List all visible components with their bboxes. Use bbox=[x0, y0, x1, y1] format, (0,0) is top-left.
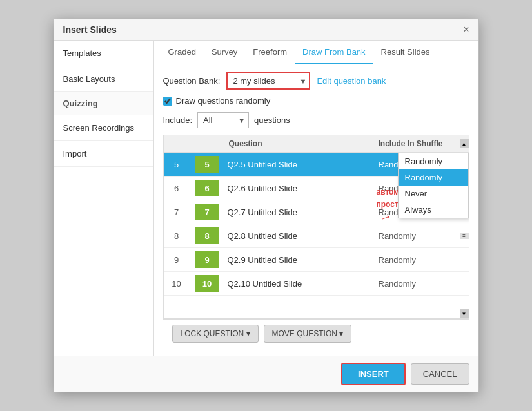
table-row[interactable]: 5 5 Q2.5 Untitled Slide Randomly Randoml… bbox=[164, 153, 469, 177]
dialog-title: Insert Slides bbox=[63, 24, 117, 35]
row-number: 8 bbox=[164, 231, 190, 241]
shuffle-dropdown: Randomly Randomly Never Always bbox=[398, 153, 469, 218]
row-title: Q2.8 Untitled Slide bbox=[225, 231, 376, 241]
row-number: 5 bbox=[164, 160, 190, 169]
row-thumbnail: 6 bbox=[190, 180, 225, 196]
draw-randomly-label: Draw questions randomly bbox=[176, 96, 271, 106]
table-row[interactable]: 10 10 Q2.10 Untitled Slide Randomly bbox=[164, 272, 469, 296]
dialog-footer: INSERT CANCEL bbox=[54, 356, 478, 392]
row-title: Q2.5 Untitled Slide bbox=[225, 160, 376, 169]
table-header: Question Include In Shuffle ▲ bbox=[164, 135, 469, 153]
sidebar-item-basic-layouts[interactable]: Basic Layouts bbox=[54, 66, 153, 92]
row-number: 6 bbox=[164, 184, 190, 193]
shuffle-value: Randomly bbox=[376, 279, 460, 289]
shuffle-option-never[interactable]: Never bbox=[399, 186, 468, 202]
row-title: Q2.9 Untitled Slide bbox=[225, 255, 376, 265]
question-bank-label: Question Bank: bbox=[163, 76, 221, 86]
badge-5: 5 bbox=[195, 156, 219, 173]
row-thumbnail: 9 bbox=[190, 251, 225, 268]
row-thumbnail: 7 bbox=[190, 204, 225, 220]
badge-6: 6 bbox=[195, 180, 219, 196]
cancel-button[interactable]: CANCEL bbox=[411, 363, 469, 385]
main-content: Graded Survey Freeform Draw From Bank Re… bbox=[154, 41, 478, 356]
shuffle-value: Randomly bbox=[376, 231, 460, 241]
shuffle-option-randomly1[interactable]: Randomly bbox=[399, 153, 468, 169]
questions-table: Question Include In Shuffle ▲ 5 5 bbox=[163, 135, 469, 319]
scroll-thumb: ≡ bbox=[460, 233, 469, 239]
tab-graded[interactable]: Graded bbox=[161, 41, 204, 64]
question-bank-row: Question Bank: 2 my slides ▼ Edit questi… bbox=[163, 72, 469, 90]
badge-9: 9 bbox=[195, 251, 219, 268]
row-number: 7 bbox=[164, 207, 190, 217]
row-scroll-space: ≡ bbox=[460, 233, 469, 239]
table-body: 5 5 Q2.5 Untitled Slide Randomly Randoml… bbox=[164, 153, 469, 296]
col-header-thumb bbox=[190, 139, 225, 148]
question-bank-select-wrapper: 2 my slides ▼ bbox=[226, 72, 310, 90]
row-title: Q2.7 Untitled Slide bbox=[225, 207, 376, 217]
insert-slides-dialog: Insert Slides × Templates Basic Layouts … bbox=[54, 19, 479, 392]
sidebar-item-templates[interactable]: Templates bbox=[54, 41, 153, 66]
shuffle-value: Randomly bbox=[376, 255, 460, 265]
col-header-num bbox=[164, 139, 190, 148]
bottom-toolbar: LOCK QUESTION ▾ MOVE QUESTION ▾ bbox=[163, 319, 469, 348]
table-row[interactable]: 8 8 Q2.8 Untitled Slide Randomly ≡ bbox=[164, 224, 469, 248]
questions-label: questions bbox=[254, 115, 290, 125]
insert-button[interactable]: INSERT bbox=[341, 363, 406, 385]
draw-randomly-checkbox[interactable] bbox=[163, 97, 172, 106]
col-header-question: Question bbox=[225, 139, 376, 148]
badge-7: 7 bbox=[195, 204, 219, 220]
badge-10: 10 bbox=[195, 275, 219, 292]
row-number: 10 bbox=[164, 279, 190, 289]
shuffle-option-randomly2[interactable]: Randomly bbox=[399, 169, 468, 186]
sidebar: Templates Basic Layouts Quizzing Screen … bbox=[54, 41, 154, 356]
tabs-bar: Graded Survey Freeform Draw From Bank Re… bbox=[154, 41, 478, 64]
sidebar-item-screen-recordings[interactable]: Screen Recordings bbox=[54, 115, 153, 141]
sidebar-section-quizzing: Quizzing bbox=[54, 92, 153, 115]
question-bank-select[interactable]: 2 my slides bbox=[226, 72, 310, 90]
sidebar-item-import[interactable]: Import bbox=[54, 141, 153, 167]
include-select[interactable]: All bbox=[197, 112, 249, 128]
badge-8: 8 bbox=[195, 227, 219, 244]
draw-randomly-row: Draw questions randomly bbox=[163, 96, 469, 106]
tab-survey[interactable]: Survey bbox=[204, 41, 245, 64]
tab-draw-from-bank[interactable]: Draw From Bank bbox=[295, 41, 373, 64]
row-thumbnail: 8 bbox=[190, 227, 225, 244]
shuffle-option-always[interactable]: Always bbox=[399, 202, 468, 218]
include-select-wrapper: All ▼ bbox=[197, 112, 249, 128]
scroll-down-arrow[interactable]: ▼ bbox=[460, 309, 469, 318]
lock-question-button[interactable]: LOCK QUESTION ▾ bbox=[172, 325, 259, 343]
tab-freeform[interactable]: Freeform bbox=[245, 41, 295, 64]
row-number: 9 bbox=[164, 255, 190, 265]
move-question-button[interactable]: MOVE QUESTION ▾ bbox=[264, 325, 352, 343]
table-row[interactable]: 9 9 Q2.9 Untitled Slide Randomly bbox=[164, 248, 469, 272]
scroll-up-arrow[interactable]: ▲ bbox=[460, 139, 469, 148]
include-label: Include: bbox=[163, 115, 193, 125]
row-thumbnail: 5 bbox=[190, 156, 225, 173]
dialog-body: Templates Basic Layouts Quizzing Screen … bbox=[54, 41, 478, 356]
tab-result-slides[interactable]: Result Slides bbox=[373, 41, 438, 64]
col-header-scroll: ▲ bbox=[460, 139, 469, 148]
row-thumbnail: 10 bbox=[190, 275, 225, 292]
content-area: Question Bank: 2 my slides ▼ Edit questi… bbox=[154, 64, 478, 356]
close-button[interactable]: × bbox=[463, 24, 469, 35]
include-row: Include: All ▼ questions bbox=[163, 112, 469, 128]
dialog-header: Insert Slides × bbox=[54, 19, 478, 41]
row-title: Q2.6 Untitled Slide bbox=[225, 184, 376, 193]
col-header-shuffle: Include In Shuffle bbox=[376, 139, 460, 148]
edit-question-bank-link[interactable]: Edit question bank bbox=[317, 76, 386, 86]
row-title: Q2.10 Untitled Slide bbox=[225, 279, 376, 289]
